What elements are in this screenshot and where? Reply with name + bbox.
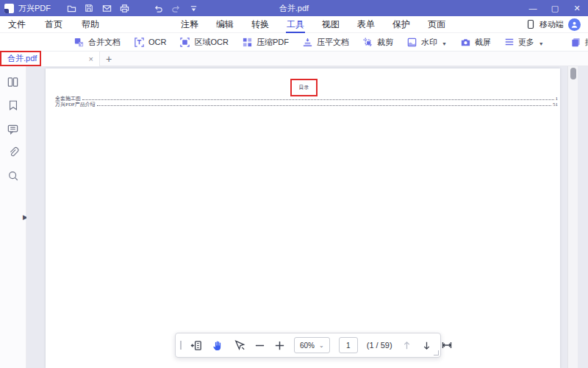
document-viewport[interactable]: 目录 全套施工图 1 万兴PDF产品介绍 51 [26,66,578,368]
crop-icon [362,37,373,48]
toc-heading: 目录 [299,84,309,91]
menu-bar: 文件 首页 帮助 注释 编辑 转换 工具 视图 表单 保护 页面 移动端 [0,16,588,33]
page-count-label: (1 / 59) [367,341,392,350]
red-annotation-box-heading: 目录 [290,79,318,96]
screenshot-button[interactable]: 截屏 [460,37,491,48]
menu-edit[interactable]: 编辑 [215,16,234,33]
pdf-page[interactable]: 目录 全套施工图 1 万兴PDF产品介绍 51 [46,68,560,368]
quick-access-dropdown-icon[interactable] [184,2,202,14]
more-dropdown-caret[interactable]: ▼ [539,41,544,46]
zoom-in-icon[interactable] [274,338,285,353]
fit-width-icon[interactable] [441,338,453,353]
toc-entry-title: 万兴PDF产品介绍 [55,102,96,107]
compress-pdf-button[interactable]: 压缩PDF [242,37,289,48]
menu-file[interactable]: 文件 [7,16,26,33]
save-icon[interactable] [80,2,98,14]
merge-icon [74,37,85,48]
comments-icon[interactable] [7,122,20,135]
document-tab-bar: 合并.pdf × + [0,52,588,66]
previous-page-arrow-icon[interactable] [401,338,412,353]
maximize-button[interactable]: ▢ [544,0,566,16]
app-name: 万兴PDF [18,3,51,14]
page-navigation-toolbar: 60% ⌄ (1 / 59) [175,333,441,358]
menu-protect[interactable]: 保护 [392,16,411,33]
crop-button[interactable]: 裁剪 [362,37,393,48]
page-thumbnails-icon[interactable] [7,75,20,88]
tab-merged-pdf[interactable]: 合并.pdf × [0,52,100,66]
zoom-level-select[interactable]: 60% ⌄ [294,337,330,353]
toc-entry-page: 51 [553,102,558,107]
toolbar-drag-handle[interactable] [180,341,182,350]
main-area: ▶ 目录 全套施工图 1 万兴PDF产品介绍 51 [0,66,588,368]
area-ocr-button[interactable]: 区域OCR [179,37,228,48]
print-icon[interactable] [115,2,133,14]
toc-dotted-leader [82,99,554,100]
side-panel-toggle-icon[interactable] [190,338,203,353]
batch-process-button[interactable]: 批量处理 [570,37,588,48]
attachments-icon[interactable] [7,146,20,159]
search-icon[interactable] [7,169,20,183]
page-number-input[interactable] [339,337,358,353]
menu-form[interactable]: 表单 [356,16,376,33]
menu-tools[interactable]: 工具 [286,16,305,33]
zoom-level-value: 60% [300,342,315,350]
compress-icon [242,37,253,48]
menu-home[interactable]: 首页 [44,16,63,33]
zoom-out-icon[interactable] [254,338,265,353]
redo-icon[interactable] [167,2,184,14]
mobile-phone-icon [526,19,535,29]
ocr-icon [134,37,145,48]
tab-label: 合并.pdf [0,53,37,64]
close-button[interactable]: ✕ [566,0,588,16]
toc-dotted-leader [97,105,551,106]
toc-entry-title: 全套施工图 [55,96,81,102]
open-folder-icon[interactable] [62,2,80,14]
watermark-icon [406,37,417,48]
area-ocr-icon [179,37,190,48]
watermark-dropdown-caret[interactable]: ▼ [442,41,447,46]
vertical-scrollbar[interactable] [567,66,578,368]
hand-tool-icon[interactable] [212,338,224,353]
toolbar-resize-corner[interactable] [434,350,439,355]
screenshot-camera-icon [460,37,471,48]
scrollbar-thumb[interactable] [570,68,576,79]
toc-entry-page: 1 [556,96,559,102]
menu-view[interactable]: 视图 [321,16,340,33]
app-logo-icon [4,4,14,13]
new-tab-button[interactable]: + [100,53,118,65]
flatten-icon [302,37,313,48]
watermark-button[interactable]: 水印 ▼ [406,37,447,48]
chevron-down-icon: ⌄ [319,342,324,349]
undo-icon[interactable] [149,2,167,14]
tools-toolbar: 合并文档 OCR 区域OCR 压缩PDF 压平文档 裁剪 水印 ▼ 截屏 更多 … [0,33,588,52]
flatten-document-button[interactable]: 压平文档 [302,37,349,48]
user-avatar[interactable] [568,18,581,31]
toc-entry[interactable]: 万兴PDF产品介绍 51 [55,102,558,107]
ocr-button[interactable]: OCR [134,37,166,48]
bookmarks-icon[interactable] [7,99,20,112]
email-icon[interactable] [98,2,115,14]
merge-documents-button[interactable]: 合并文档 [74,37,121,48]
tab-close-icon[interactable]: × [83,54,99,63]
minimize-button[interactable]: — [522,0,544,16]
menu-comment[interactable]: 注释 [180,16,199,33]
menu-page[interactable]: 页面 [427,16,446,33]
menu-help[interactable]: 帮助 [81,16,100,33]
more-tools-button[interactable]: 更多 ▼ [504,37,544,48]
menu-convert[interactable]: 转换 [251,16,270,33]
mobile-label[interactable]: 移动端 [539,19,564,30]
more-lines-icon [504,37,514,47]
select-tool-icon[interactable] [233,338,245,353]
title-bar: 万兴PDF 合并.pdf — ▢ ✕ [0,0,588,16]
toc-entry[interactable]: 全套施工图 1 [55,96,558,102]
batch-stack-icon [570,37,581,48]
next-page-arrow-icon[interactable] [421,338,432,353]
